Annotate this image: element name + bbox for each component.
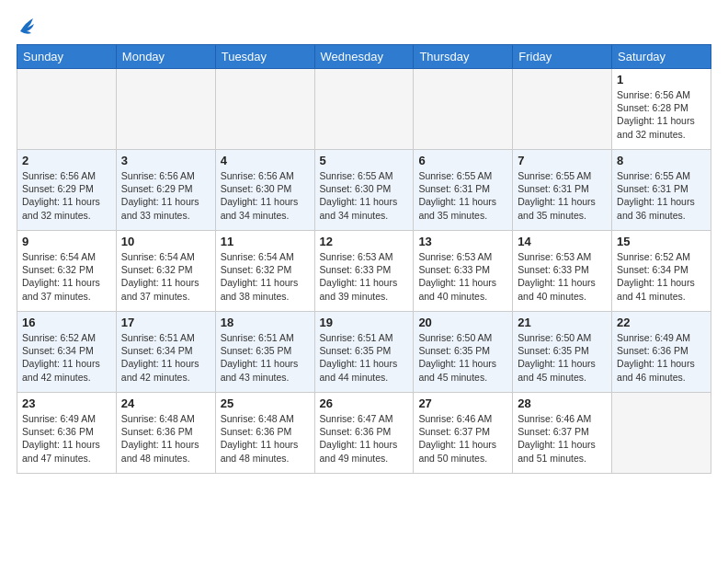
day-info: Sunrise: 6:48 AM Sunset: 6:36 PM Dayligh… bbox=[121, 412, 210, 465]
calendar-cell: 14Sunrise: 6:53 AM Sunset: 6:33 PM Dayli… bbox=[513, 231, 612, 312]
day-info: Sunrise: 6:49 AM Sunset: 6:36 PM Dayligh… bbox=[617, 331, 706, 384]
calendar-cell: 21Sunrise: 6:50 AM Sunset: 6:35 PM Dayli… bbox=[513, 312, 612, 393]
calendar-cell: 22Sunrise: 6:49 AM Sunset: 6:36 PM Dayli… bbox=[612, 312, 711, 393]
day-info: Sunrise: 6:50 AM Sunset: 6:35 PM Dayligh… bbox=[518, 331, 607, 384]
day-number: 2 bbox=[22, 154, 111, 167]
calendar-cell: 26Sunrise: 6:47 AM Sunset: 6:36 PM Dayli… bbox=[314, 393, 414, 474]
calendar-header-tuesday: Tuesday bbox=[215, 45, 314, 69]
calendar-week-row: 16Sunrise: 6:52 AM Sunset: 6:34 PM Dayli… bbox=[17, 312, 711, 393]
day-number: 11 bbox=[221, 235, 310, 248]
calendar-cell: 9Sunrise: 6:54 AM Sunset: 6:32 PM Daylig… bbox=[17, 231, 117, 312]
day-info: Sunrise: 6:55 AM Sunset: 6:31 PM Dayligh… bbox=[617, 169, 706, 222]
calendar-cell: 11Sunrise: 6:54 AM Sunset: 6:32 PM Dayli… bbox=[215, 231, 314, 312]
day-info: Sunrise: 6:56 AM Sunset: 6:29 PM Dayligh… bbox=[22, 169, 111, 222]
day-info: Sunrise: 6:55 AM Sunset: 6:30 PM Dayligh… bbox=[320, 169, 409, 222]
day-number: 4 bbox=[221, 154, 310, 167]
day-number: 17 bbox=[121, 316, 210, 329]
day-number: 15 bbox=[617, 235, 706, 248]
day-number: 27 bbox=[418, 396, 507, 410]
day-info: Sunrise: 6:54 AM Sunset: 6:32 PM Dayligh… bbox=[221, 250, 310, 303]
calendar-cell: 4Sunrise: 6:56 AM Sunset: 6:30 PM Daylig… bbox=[215, 150, 314, 231]
day-number: 22 bbox=[617, 316, 706, 329]
calendar-week-row: 2Sunrise: 6:56 AM Sunset: 6:29 PM Daylig… bbox=[17, 150, 711, 231]
day-number: 5 bbox=[320, 154, 409, 167]
calendar-cell bbox=[215, 69, 314, 150]
page: SundayMondayTuesdayWednesdayThursdayFrid… bbox=[0, 0, 728, 483]
calendar-cell: 1Sunrise: 6:56 AM Sunset: 6:28 PM Daylig… bbox=[612, 69, 711, 150]
day-number: 18 bbox=[221, 316, 310, 329]
day-info: Sunrise: 6:51 AM Sunset: 6:35 PM Dayligh… bbox=[320, 331, 409, 384]
calendar-header-thursday: Thursday bbox=[414, 45, 513, 69]
calendar-cell: 7Sunrise: 6:55 AM Sunset: 6:31 PM Daylig… bbox=[513, 150, 612, 231]
day-info: Sunrise: 6:54 AM Sunset: 6:32 PM Dayligh… bbox=[22, 250, 111, 303]
day-info: Sunrise: 6:47 AM Sunset: 6:36 PM Dayligh… bbox=[320, 412, 409, 465]
day-number: 12 bbox=[320, 235, 409, 248]
day-info: Sunrise: 6:53 AM Sunset: 6:33 PM Dayligh… bbox=[518, 250, 607, 303]
calendar-cell: 3Sunrise: 6:56 AM Sunset: 6:29 PM Daylig… bbox=[116, 150, 215, 231]
day-info: Sunrise: 6:52 AM Sunset: 6:34 PM Dayligh… bbox=[22, 331, 111, 384]
day-number: 23 bbox=[22, 396, 111, 410]
calendar-cell bbox=[17, 69, 117, 150]
calendar-cell: 8Sunrise: 6:55 AM Sunset: 6:31 PM Daylig… bbox=[612, 150, 711, 231]
logo-bird-icon bbox=[18, 15, 35, 35]
day-number: 8 bbox=[617, 154, 706, 167]
day-info: Sunrise: 6:53 AM Sunset: 6:33 PM Dayligh… bbox=[320, 250, 409, 303]
day-info: Sunrise: 6:49 AM Sunset: 6:36 PM Dayligh… bbox=[22, 412, 111, 465]
calendar-cell: 25Sunrise: 6:48 AM Sunset: 6:36 PM Dayli… bbox=[215, 393, 314, 474]
day-info: Sunrise: 6:52 AM Sunset: 6:34 PM Dayligh… bbox=[617, 250, 706, 303]
calendar-cell: 24Sunrise: 6:48 AM Sunset: 6:36 PM Dayli… bbox=[116, 393, 215, 474]
calendar-cell: 28Sunrise: 6:46 AM Sunset: 6:37 PM Dayli… bbox=[513, 393, 612, 474]
calendar-header-row: SundayMondayTuesdayWednesdayThursdayFrid… bbox=[17, 45, 711, 69]
day-number: 7 bbox=[518, 154, 607, 167]
day-number: 26 bbox=[320, 396, 409, 410]
calendar-cell: 16Sunrise: 6:52 AM Sunset: 6:34 PM Dayli… bbox=[17, 312, 117, 393]
calendar-cell: 5Sunrise: 6:55 AM Sunset: 6:30 PM Daylig… bbox=[314, 150, 414, 231]
day-number: 9 bbox=[22, 235, 111, 248]
day-number: 16 bbox=[22, 316, 111, 329]
day-number: 10 bbox=[121, 235, 210, 248]
day-info: Sunrise: 6:51 AM Sunset: 6:35 PM Dayligh… bbox=[221, 331, 310, 384]
calendar-cell: 6Sunrise: 6:55 AM Sunset: 6:31 PM Daylig… bbox=[414, 150, 513, 231]
day-info: Sunrise: 6:46 AM Sunset: 6:37 PM Dayligh… bbox=[518, 412, 607, 465]
calendar-header-saturday: Saturday bbox=[612, 45, 711, 69]
day-info: Sunrise: 6:55 AM Sunset: 6:31 PM Dayligh… bbox=[418, 169, 507, 222]
calendar-cell bbox=[116, 69, 215, 150]
day-info: Sunrise: 6:54 AM Sunset: 6:32 PM Dayligh… bbox=[121, 250, 210, 303]
header-area bbox=[17, 17, 711, 35]
calendar-week-row: 9Sunrise: 6:54 AM Sunset: 6:32 PM Daylig… bbox=[17, 231, 711, 312]
calendar-cell bbox=[414, 69, 513, 150]
calendar-cell bbox=[513, 69, 612, 150]
calendar-header-wednesday: Wednesday bbox=[314, 45, 414, 69]
day-number: 28 bbox=[518, 396, 607, 410]
calendar-cell: 23Sunrise: 6:49 AM Sunset: 6:36 PM Dayli… bbox=[17, 393, 117, 474]
day-number: 14 bbox=[518, 235, 607, 248]
calendar-cell bbox=[314, 69, 414, 150]
calendar-cell: 27Sunrise: 6:46 AM Sunset: 6:37 PM Dayli… bbox=[414, 393, 513, 474]
day-number: 20 bbox=[418, 316, 507, 329]
calendar-cell: 2Sunrise: 6:56 AM Sunset: 6:29 PM Daylig… bbox=[17, 150, 117, 231]
calendar-week-row: 23Sunrise: 6:49 AM Sunset: 6:36 PM Dayli… bbox=[17, 393, 711, 474]
calendar-cell: 10Sunrise: 6:54 AM Sunset: 6:32 PM Dayli… bbox=[116, 231, 215, 312]
calendar-cell: 19Sunrise: 6:51 AM Sunset: 6:35 PM Dayli… bbox=[314, 312, 414, 393]
day-number: 3 bbox=[121, 154, 210, 167]
day-info: Sunrise: 6:56 AM Sunset: 6:30 PM Dayligh… bbox=[221, 169, 310, 222]
calendar-cell: 13Sunrise: 6:53 AM Sunset: 6:33 PM Dayli… bbox=[414, 231, 513, 312]
day-info: Sunrise: 6:46 AM Sunset: 6:37 PM Dayligh… bbox=[418, 412, 507, 465]
day-info: Sunrise: 6:56 AM Sunset: 6:29 PM Dayligh… bbox=[121, 169, 210, 222]
day-info: Sunrise: 6:48 AM Sunset: 6:36 PM Dayligh… bbox=[221, 412, 310, 465]
calendar-table: SundayMondayTuesdayWednesdayThursdayFrid… bbox=[17, 44, 711, 474]
calendar-cell bbox=[612, 393, 711, 474]
calendar-header-monday: Monday bbox=[116, 45, 215, 69]
day-number: 21 bbox=[518, 316, 607, 329]
day-info: Sunrise: 6:53 AM Sunset: 6:33 PM Dayligh… bbox=[418, 250, 507, 303]
calendar-header-sunday: Sunday bbox=[17, 45, 117, 69]
day-info: Sunrise: 6:50 AM Sunset: 6:35 PM Dayligh… bbox=[418, 331, 507, 384]
day-info: Sunrise: 6:56 AM Sunset: 6:28 PM Dayligh… bbox=[617, 88, 706, 141]
day-info: Sunrise: 6:55 AM Sunset: 6:31 PM Dayligh… bbox=[518, 169, 607, 222]
day-number: 19 bbox=[320, 316, 409, 329]
logo bbox=[17, 17, 35, 35]
calendar-cell: 17Sunrise: 6:51 AM Sunset: 6:34 PM Dayli… bbox=[116, 312, 215, 393]
calendar-cell: 15Sunrise: 6:52 AM Sunset: 6:34 PM Dayli… bbox=[612, 231, 711, 312]
day-number: 24 bbox=[121, 396, 210, 410]
calendar-cell: 12Sunrise: 6:53 AM Sunset: 6:33 PM Dayli… bbox=[314, 231, 414, 312]
